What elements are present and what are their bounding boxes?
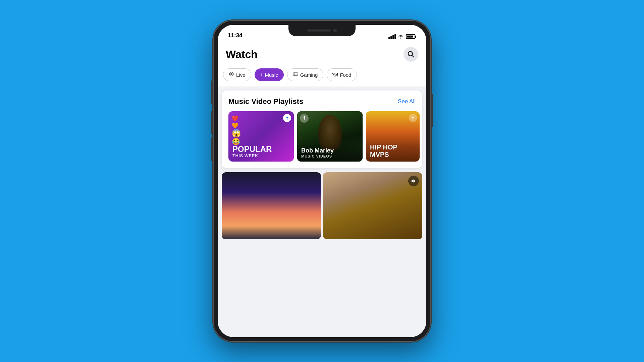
tab-live-label: Live	[236, 72, 246, 78]
svg-point-9	[297, 74, 297, 75]
tab-live[interactable]: Live	[223, 68, 251, 81]
status-time: 11:34	[228, 32, 242, 39]
popular-sub-text: THIS WEEK	[232, 153, 290, 158]
bottom-videos	[222, 172, 422, 239]
video-dancer[interactable]	[323, 172, 422, 239]
playlist-item-bob-marley[interactable]: f Bob Marley MUSIC VIDEOS	[297, 111, 363, 162]
notch-speaker	[307, 29, 331, 32]
facebook-logo-hiphop: f	[409, 114, 417, 122]
playlist-row: ❤️ 🧡 😱 😂 f POPULAR THIS WEEK	[228, 111, 416, 162]
tab-music[interactable]: ♪ Music	[255, 68, 284, 81]
tab-food-label: Food	[340, 72, 351, 78]
emoji-area: ❤️ 🧡 😱 😂	[232, 115, 241, 145]
live-icon	[229, 71, 234, 78]
playlist-item-popular[interactable]: ❤️ 🧡 😱 😂 f POPULAR THIS WEEK	[228, 111, 294, 162]
card-header: Music Video Playlists See All	[228, 97, 416, 106]
tab-food[interactable]: 🍽 Food	[327, 68, 357, 81]
see-all-button[interactable]: See All	[398, 98, 416, 105]
music-icon: ♪	[260, 72, 263, 78]
svg-line-2	[412, 55, 414, 57]
search-button[interactable]	[404, 47, 418, 62]
playlist-item-hiphop[interactable]: f HIP HOP MVPs	[366, 111, 420, 162]
signal-bar-4	[394, 34, 396, 39]
signal-icon	[388, 34, 396, 39]
search-icon	[407, 51, 415, 58]
phone-wrapper: 11:34	[213, 20, 431, 342]
app-background: 11:34	[0, 0, 644, 362]
signal-bar-1	[388, 37, 390, 39]
tab-gaming[interactable]: Gaming	[287, 68, 324, 81]
phone-notch	[288, 25, 356, 36]
popular-main-text: POPULAR	[232, 145, 290, 153]
watch-header: Watch	[218, 42, 426, 66]
signal-bar-3	[392, 35, 394, 39]
video-city[interactable]	[222, 172, 321, 239]
status-icons	[388, 34, 416, 39]
tab-gaming-label: Gaming	[300, 72, 318, 78]
svg-point-0	[400, 38, 401, 39]
wifi-icon	[398, 34, 404, 39]
svg-marker-10	[412, 179, 414, 182]
playlists-title: Music Video Playlists	[228, 97, 303, 106]
food-icon: 🍽	[332, 72, 338, 78]
facebook-logo-popular: f	[283, 114, 291, 122]
svg-rect-5	[293, 73, 298, 75]
phone-screen: 11:34	[218, 25, 426, 337]
gaming-icon	[293, 71, 298, 78]
hiphop-main-text: HIP HOP MVPs	[370, 143, 416, 158]
page-title: Watch	[226, 48, 258, 61]
svg-point-4	[230, 73, 232, 75]
svg-point-8	[296, 74, 297, 74]
facebook-logo-bob: f	[300, 114, 309, 123]
playlists-card: Music Video Playlists See All ❤️ 🧡 😱	[222, 90, 422, 168]
bob-main-text: Bob Marley	[301, 147, 359, 154]
category-tabs: Live ♪ Music	[218, 66, 426, 86]
app-content: Watch	[218, 42, 426, 337]
bob-label: Bob Marley MUSIC VIDEOS	[297, 144, 363, 162]
signal-bar-2	[390, 36, 392, 39]
volume-button[interactable]	[408, 176, 419, 186]
popular-label: POPULAR THIS WEEK	[228, 142, 294, 162]
notch-camera	[333, 29, 337, 32]
content-area: Music Video Playlists See All ❤️ 🧡 😱	[218, 90, 426, 239]
tab-music-label: Music	[265, 72, 278, 78]
volume-icon	[411, 178, 416, 184]
battery-icon	[406, 34, 416, 39]
hiphop-label: HIP HOP MVPs	[366, 140, 420, 162]
bob-sub-text: MUSIC VIDEOS	[301, 154, 359, 158]
